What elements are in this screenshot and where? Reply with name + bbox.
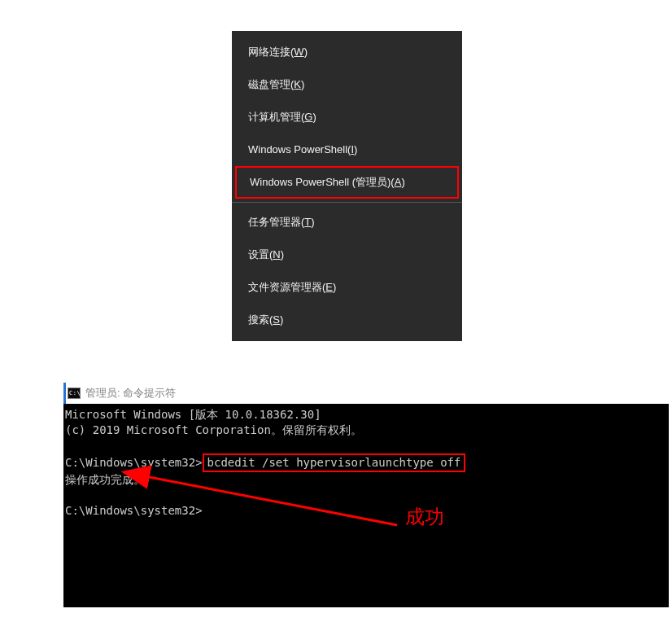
menu-label: 文件资源管理器( — [248, 281, 325, 293]
console-line-copyright: (c) 2019 Microsoft Corporation。保留所有权利。 — [65, 423, 362, 436]
console-prompt: C:\Windows\system32> — [65, 456, 203, 469]
menu-suffix: ) — [312, 111, 316, 123]
console-result: 操作成功完成。 — [65, 473, 145, 486]
menu-hotkey: E — [325, 281, 333, 293]
menu-item-powershell-admin[interactable]: Windows PowerShell (管理员)(A) — [235, 166, 459, 199]
menu-suffix: ) — [333, 281, 336, 293]
console-window: C:\. 管理员: 命令提示符 Microsoft Windows [版本 10… — [63, 383, 669, 607]
menu-suffix: ) — [401, 176, 404, 188]
winx-context-menu: 网络连接(W) 磁盘管理(K) 计算机管理(G) Windows PowerSh… — [232, 31, 462, 341]
console-command-highlight: bcdedit /set hypervisorlaunchtype off — [203, 453, 466, 472]
menu-suffix: ) — [354, 143, 357, 155]
menu-item-settings[interactable]: 设置(N) — [232, 239, 462, 271]
menu-item-computer-mgmt[interactable]: 计算机管理(G) — [232, 101, 462, 134]
console-output[interactable]: Microsoft Windows [版本 10.0.18362.30] (c)… — [63, 404, 669, 607]
console-title: 管理员: 命令提示符 — [85, 386, 176, 401]
menu-label: 搜索( — [248, 313, 273, 326]
menu-label: Windows PowerShell (管理员)( — [250, 176, 395, 188]
menu-suffix: ) — [301, 78, 304, 90]
menu-label: 计算机管理( — [248, 111, 304, 123]
menu-suffix: ) — [311, 216, 314, 228]
menu-divider — [232, 202, 462, 203]
menu-hotkey: N — [273, 248, 280, 261]
menu-suffix: ) — [304, 46, 308, 58]
menu-suffix: ) — [280, 313, 283, 326]
console-line-version: Microsoft Windows [版本 10.0.18362.30] — [65, 408, 321, 421]
menu-suffix: ) — [281, 248, 284, 261]
menu-hotkey: G — [304, 111, 312, 123]
menu-hotkey: K — [294, 78, 301, 90]
menu-label: 网络连接( — [248, 46, 294, 58]
menu-item-task-manager[interactable]: 任务管理器(T) — [232, 206, 462, 239]
cmd-icon: C:\. — [68, 388, 81, 399]
menu-label: 任务管理器( — [248, 216, 304, 228]
menu-label: 设置( — [248, 248, 273, 261]
menu-item-explorer[interactable]: 文件资源管理器(E) — [232, 271, 462, 304]
console-titlebar[interactable]: C:\. 管理员: 命令提示符 — [63, 383, 669, 404]
menu-item-powershell[interactable]: Windows PowerShell(I) — [232, 134, 462, 166]
menu-item-disk-mgmt[interactable]: 磁盘管理(K) — [232, 68, 462, 101]
annotation-success: 成功 — [405, 510, 444, 525]
console-prompt-2: C:\Windows\system32> — [65, 504, 203, 517]
menu-label: 磁盘管理( — [248, 78, 294, 90]
menu-hotkey: S — [273, 313, 280, 326]
menu-item-search[interactable]: 搜索(S) — [232, 304, 462, 336]
menu-item-network[interactable]: 网络连接(W) — [232, 36, 462, 68]
menu-label: Windows PowerShell( — [248, 143, 351, 155]
menu-hotkey: W — [294, 46, 303, 58]
